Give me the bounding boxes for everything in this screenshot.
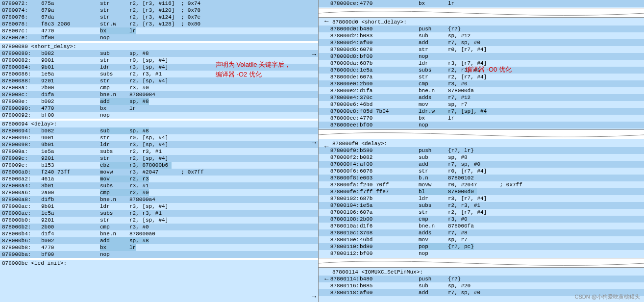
func-label: 87800114 <IOMUXC_SetPinMux>: <box>319 269 644 276</box>
asm-row: 878000b0:9201 str r2, [sp, #4] <box>0 217 318 224</box>
mnemonic: str.w <box>100 21 129 27</box>
hexcode: b082 <box>41 127 100 134</box>
operands: r3, [sp, #4] <box>129 141 168 148</box>
asm-row: 878000a0:f240 73ff movw r3, #2047 ; 0x7f… <box>0 169 318 176</box>
hexcode: 675a <box>41 0 100 7</box>
asm-row: 8780072:675a str r2, [r3, #116] ; 0x74 <box>0 0 318 7</box>
operands: r7, [sp], #4 <box>448 108 487 115</box>
operands: r3, #0 <box>448 216 468 223</box>
mnemonic: adds <box>419 229 448 236</box>
asm-row: 87800092:bf00 nop <box>0 112 318 119</box>
mnemonic: nop <box>419 53 448 60</box>
mnemonic: ldr <box>100 141 129 148</box>
left-pane: 8780072:675a str r2, [r3, #116] ; 0x7487… <box>0 0 319 302</box>
addr: 878000f8: <box>321 175 360 181</box>
mnemonic: ldr <box>419 60 448 67</box>
hexcode: 461a <box>41 176 100 182</box>
hexcode: d1fa <box>360 87 419 94</box>
hexcode: b002 <box>41 98 100 105</box>
mnemonic: subs <box>100 148 129 155</box>
addr: 878000de: <box>321 74 360 80</box>
mnemonic: mov <box>419 101 448 108</box>
asm-row: 87800110:bd80 pop {r7, pc} <box>319 243 644 250</box>
operands: sp, #8 <box>129 127 149 134</box>
mnemonic: ldr <box>100 64 129 71</box>
operands: r2, #0 <box>129 189 149 196</box>
hexcode: 1e5a <box>360 202 419 209</box>
operands: 87800084 <box>129 91 158 98</box>
operands: r2, r3 <box>129 176 149 182</box>
addr: 87800106: <box>321 209 360 216</box>
addr: 87800096: <box>2 134 41 141</box>
hexcode: bf00 <box>360 53 419 60</box>
mnemonic: str <box>419 74 448 80</box>
mnemonic: bne.n <box>100 196 129 203</box>
operands: sp, r7 <box>448 101 468 108</box>
mnemonic: nop <box>419 250 448 257</box>
operands: r0, [sp, #4] <box>129 57 168 64</box>
diff-curve <box>319 258 644 268</box>
asm-row: 878009e:b153 cbz r3, 878000b6 <box>0 162 318 169</box>
addr: 87800082: <box>2 57 41 64</box>
operands: r3, #0 <box>448 80 468 87</box>
operands: {r7} <box>448 25 461 32</box>
hexcode: 2b00 <box>41 84 100 91</box>
addr: 8780072: <box>2 0 41 7</box>
mnemonic: bx <box>100 105 129 112</box>
hexcode: 3708 <box>360 229 419 236</box>
mnemonic: add <box>419 161 448 168</box>
mnemonic: cmp <box>100 224 129 230</box>
mnemonic: str <box>100 134 129 141</box>
arrow-right-icon: → <box>312 139 316 146</box>
hexcode: 370c <box>360 94 419 101</box>
addr: 878000a0: <box>2 169 41 176</box>
hexcode: bf00 <box>41 112 100 119</box>
asm-row: 878000f8:e003 b.n 87800102 <box>319 175 644 181</box>
hexcode: b480 <box>360 276 419 282</box>
mnemonic: bx <box>100 244 129 251</box>
mnemonic: sub <box>419 282 448 289</box>
hexcode: 687b <box>360 60 419 67</box>
hexcode: bd80 <box>360 243 419 250</box>
asm-row: 878000f6:6078 str r0, [r7, #4] <box>319 168 644 175</box>
hexcode: d1f6 <box>360 223 419 229</box>
hexcode: 46bd <box>360 236 419 243</box>
operands: r2, r3, #1 <box>129 148 162 155</box>
asm-row: 878008a:2b00 cmp r3, #0 <box>0 84 318 91</box>
mnemonic: cbz <box>100 162 129 169</box>
addr: 878000d4: <box>321 39 360 46</box>
mnemonic: str <box>100 77 129 84</box>
mnemonic: str <box>100 57 129 64</box>
addr: 878008e: <box>2 98 41 105</box>
hexcode: f8c3 2080 <box>41 21 100 27</box>
operands: r0, [r7, #4] <box>448 168 487 175</box>
hexcode: b480 <box>360 25 419 32</box>
mnemonic: cmp <box>419 216 448 223</box>
func-label: 878000f0 <delay>: <box>319 140 644 147</box>
hexcode: 4770 <box>41 105 100 112</box>
addr: 878009e: <box>2 162 41 169</box>
addr: 878009a: <box>2 148 41 155</box>
addr: 87800092: <box>2 112 41 119</box>
func-label: 87800094 <delay>: <box>0 121 318 127</box>
mnemonic: bx <box>419 0 448 7</box>
operands: r2, [r3, #120] ; 0x78 <box>129 7 200 14</box>
mnemonic: subs <box>100 182 129 189</box>
operands: lr <box>448 0 454 7</box>
hexcode: 9001 <box>41 57 100 64</box>
asm-row: 878000d0:b480 push {r7} <box>319 25 644 32</box>
asm-row: 8780010e:46bd mov sp, r7 <box>319 236 644 243</box>
mnemonic: b.n <box>419 175 448 181</box>
asm-row: 878000f0:b580 push {r7, lr} <box>319 147 644 154</box>
mnemonic: add <box>419 39 448 46</box>
annotation-right: 编译器 -O0 优化 <box>466 65 512 75</box>
asm-row: 878000a2:461a mov r2, r3 <box>0 176 318 182</box>
hexcode: 9b01 <box>41 64 100 71</box>
hexcode: b153 <box>41 162 100 169</box>
addr: 8780010a: <box>321 223 360 229</box>
addr: 87800102: <box>321 195 360 202</box>
hexcode: 607a <box>360 74 419 80</box>
operands: r2, [r3, #116] ; 0x74 <box>129 0 200 7</box>
asm-row: 878000ac:9b01 ldr r3, [sp, #4] <box>0 203 318 210</box>
addr: 878000f6: <box>321 168 360 175</box>
